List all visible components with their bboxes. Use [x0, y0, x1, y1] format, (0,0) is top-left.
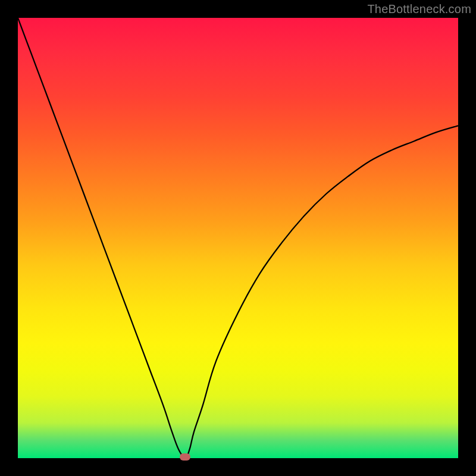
- bottleneck-curve: [18, 18, 458, 458]
- optimum-marker: [180, 453, 190, 461]
- chart-frame: TheBottleneck.com: [0, 0, 476, 476]
- watermark-text: TheBottleneck.com: [367, 2, 471, 16]
- plot-area: [18, 18, 458, 458]
